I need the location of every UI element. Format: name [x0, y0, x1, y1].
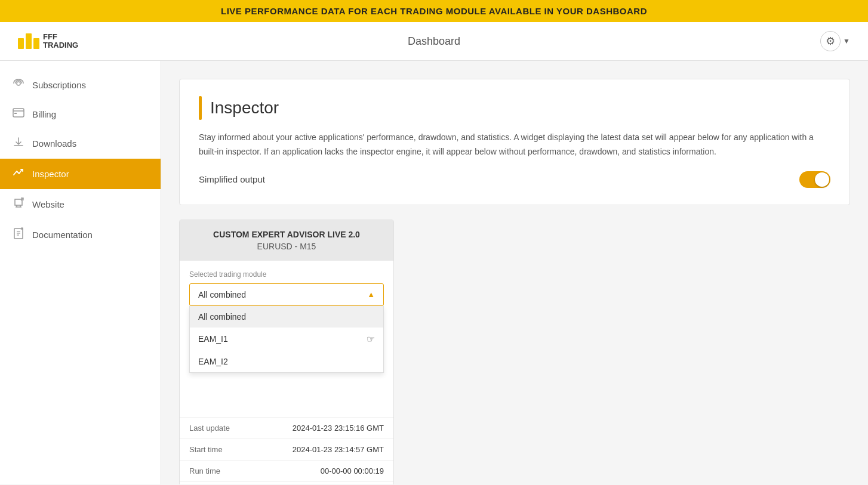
logo: FFF TRADING [18, 33, 78, 50]
start-time-value: 2024-01-23 23:14:57 GMT [293, 445, 384, 454]
documentation-icon [12, 227, 25, 242]
run-time-value: 00-00-00 00:00:19 [321, 467, 384, 475]
sidebar: Subscriptions Billing Downloads [0, 61, 161, 484]
info-row-run-time: Run time 00-00-00 00:00:19 [180, 460, 393, 481]
info-row-start-time: Start time 2024-01-23 23:14:57 GMT [180, 438, 393, 460]
ea-widget: CUSTOM EXPERT ADVISOR LIVE 2.0 EURUSD - … [179, 220, 394, 484]
ea-pair: EURUSD - M15 [189, 242, 384, 251]
toggle-knob [815, 172, 829, 187]
downloads-icon [12, 136, 25, 151]
ea-header: CUSTOM EXPERT ADVISOR LIVE 2.0 EURUSD - … [180, 220, 393, 261]
sidebar-item-documentation[interactable]: Documentation [0, 220, 161, 250]
top-banner: LIVE PERFORMANCE DATA FOR EACH TRADING M… [0, 0, 868, 22]
logo-bar-3 [33, 38, 39, 49]
dropdown-item-eam-i1[interactable]: EAM_I1 ☞ [190, 328, 383, 351]
module-label: Selected trading module [189, 270, 384, 279]
user-avatar[interactable]: ⚙ [820, 31, 841, 51]
subscriptions-icon [12, 78, 25, 92]
dropdown-item-eam-i2[interactable]: EAM_I2 [190, 351, 383, 372]
header: FFF TRADING Dashboard ⚙ ▼ [0, 22, 868, 61]
selected-module-label: All combined [198, 290, 246, 299]
ea-name: CUSTOM EXPERT ADVISOR LIVE 2.0 [189, 230, 384, 239]
billing-icon [12, 108, 25, 121]
sidebar-item-downloads[interactable]: Downloads [0, 128, 161, 159]
inspector-description: Stay informed about your active applicat… [199, 131, 830, 159]
module-select[interactable]: All combined ▲ [189, 283, 384, 306]
logo-text: FFF TRADING [43, 33, 78, 50]
inspector-info-card: Inspector Stay informed about your activ… [179, 79, 850, 205]
layout: Subscriptions Billing Downloads [0, 61, 868, 484]
sidebar-item-subscriptions[interactable]: Subscriptions [0, 70, 161, 100]
start-time-label: Start time [189, 445, 223, 454]
simplified-output-label: Simplified output [199, 174, 265, 184]
sidebar-label-documentation: Documentation [32, 230, 93, 240]
simplified-output-toggle[interactable] [799, 171, 830, 188]
inspector-title-wrap: Inspector [199, 96, 830, 120]
svg-rect-3 [14, 113, 17, 114]
last-update-label: Last update [189, 424, 230, 433]
cursor-pointer-icon: ☞ [367, 333, 375, 345]
ea-body: Selected trading module All combined ▲ A… [180, 261, 393, 316]
sidebar-label-billing: Billing [32, 109, 56, 119]
info-row-local-folder: Local folder //default [180, 481, 393, 484]
inspector-icon [12, 166, 25, 181]
dropdown-item-all-combined[interactable]: All combined [190, 306, 383, 328]
last-update-value: 2024-01-23 23:15:16 GMT [293, 424, 384, 433]
chevron-up-icon: ▲ [367, 290, 375, 299]
info-row-last-update: Last update 2024-01-23 23:15:16 GMT [180, 417, 393, 438]
sidebar-item-inspector[interactable]: Inspector [0, 159, 161, 189]
sidebar-label-inspector: Inspector [32, 169, 69, 179]
sidebar-item-website[interactable]: Website [0, 189, 161, 220]
sidebar-label-subscriptions: Subscriptions [32, 80, 86, 90]
sidebar-label-downloads: Downloads [32, 138, 76, 149]
user-menu[interactable]: ⚙ ▼ [820, 31, 850, 51]
logo-bar-2 [26, 33, 32, 49]
main-content: Inspector Stay informed about your activ… [161, 61, 868, 484]
run-time-label: Run time [189, 467, 220, 475]
module-dropdown: All combined EAM_I1 ☞ EAM_I2 [189, 306, 384, 373]
header-title: Dashboard [408, 35, 460, 48]
logo-bar-1 [18, 38, 24, 49]
page-title: Inspector [210, 98, 279, 118]
module-select-wrap: All combined ▲ All combined EAM_I1 ☞ [189, 283, 384, 306]
website-icon [12, 197, 25, 212]
simplified-output-row: Simplified output [199, 171, 830, 188]
title-bar-accent [199, 96, 202, 120]
svg-point-0 [17, 82, 20, 85]
logo-icon [18, 33, 39, 49]
chevron-down-icon: ▼ [843, 37, 850, 45]
sidebar-label-website: Website [32, 199, 64, 209]
sidebar-item-billing[interactable]: Billing [0, 100, 161, 128]
